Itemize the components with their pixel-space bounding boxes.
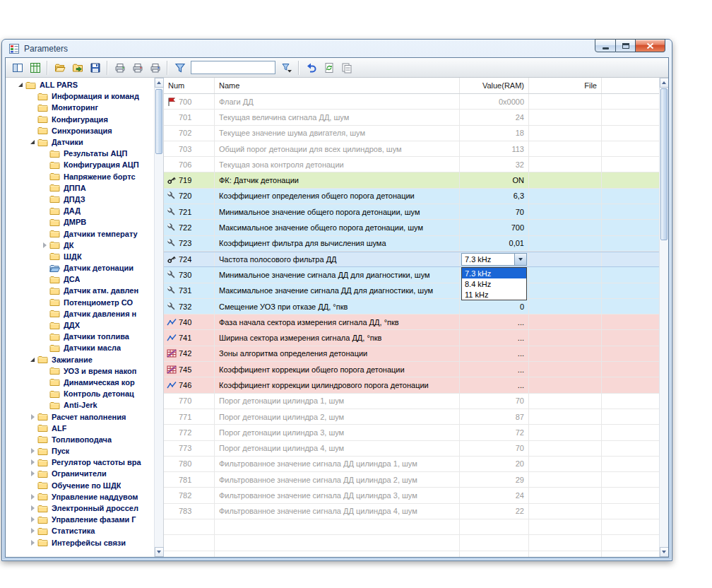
tree-item[interactable]: Датчик давления н — [6, 308, 154, 319]
chevron-collapsed-icon[interactable] — [40, 242, 49, 248]
tree-item[interactable]: ДДХ — [6, 319, 154, 331]
table-row[interactable]: 771Порог детонации цилиндра 2, шум87 — [164, 409, 659, 425]
tree-item[interactable]: Датчики топлива — [6, 331, 154, 342]
tree-item[interactable]: Зажигание — [6, 354, 154, 365]
tree-item[interactable]: Обучение по ШДК — [6, 480, 154, 491]
table-row[interactable]: 770Порог детонации цилиндра 1, шум70 — [164, 394, 659, 409]
tree-item[interactable]: Результаты АЦП — [6, 148, 154, 159]
tree-item[interactable]: Топливоподача — [6, 434, 154, 445]
chevron-collapsed-icon[interactable] — [28, 459, 37, 465]
chevron-expanded-icon[interactable] — [28, 140, 37, 144]
table-row[interactable]: 741Ширина сектора измерения сигнала ДД, … — [164, 330, 659, 346]
chevron-expanded-icon[interactable] — [28, 358, 37, 362]
table-row[interactable]: 772Порог детонации цилиндра 3, шум72 — [164, 425, 659, 440]
table-row[interactable]: 720Коэффициент определения общего порога… — [164, 189, 659, 204]
tree-item[interactable]: Потенциометр СО — [6, 297, 154, 308]
tree-item[interactable]: ДК — [6, 240, 154, 251]
table-row[interactable]: 702Текущее значение шума двигателя, шум1… — [164, 126, 659, 141]
combobox-dropdown-button[interactable] — [514, 254, 526, 265]
column-header-value[interactable]: Value(RAM) — [460, 78, 529, 93]
tree-item[interactable]: ШДК — [6, 251, 154, 262]
table-row[interactable]: 745Коэффициент коррекции общего порога д… — [164, 362, 659, 377]
table-row[interactable]: 700Флаги ДД0x0000 — [164, 94, 659, 110]
chevron-collapsed-icon[interactable] — [28, 505, 37, 511]
tree-scrollbar[interactable] — [154, 78, 163, 557]
tree-item[interactable]: Конфигурация АЦП — [6, 159, 154, 170]
tree-item[interactable]: Статистика — [6, 525, 154, 536]
chevron-collapsed-icon[interactable] — [28, 517, 37, 522]
tree-scroll-thumb[interactable] — [155, 89, 162, 154]
tree-item[interactable]: УОЗ и время накоп — [6, 365, 154, 377]
chevron-collapsed-icon[interactable] — [28, 528, 37, 534]
titlebar[interactable]: Parameters — [2, 40, 672, 57]
save-button[interactable] — [86, 59, 104, 76]
dropdown-option[interactable]: 8.4 kHz — [462, 278, 526, 289]
chevron-collapsed-icon[interactable] — [28, 540, 37, 546]
table-row[interactable]: 731Максимальное значение сигнала ДД для … — [164, 283, 659, 299]
table-row[interactable]: 782Фильтрованное значение сигнала ДД цил… — [164, 488, 659, 503]
filter-options-button[interactable] — [278, 59, 295, 76]
tree-item[interactable]: Датчики масла — [6, 342, 154, 353]
close-button[interactable] — [636, 39, 665, 52]
tree-item[interactable]: Интерфейсы связи — [6, 537, 154, 548]
table-row[interactable]: 724Частота полосового фильтра ДД7.3 kHz7… — [164, 252, 659, 267]
minimize-button[interactable] — [595, 39, 616, 52]
tree-item[interactable]: Регулятор частоты вра — [6, 457, 154, 468]
tree-item[interactable]: ДСА — [6, 274, 154, 285]
tree-item[interactable]: Ограничители — [6, 468, 154, 479]
tree-item[interactable]: Синхронизация — [6, 125, 154, 136]
chevron-collapsed-icon[interactable] — [28, 448, 37, 454]
dropdown-option[interactable]: 7.3 kHz — [462, 268, 526, 278]
column-header-file[interactable]: File — [529, 78, 602, 93]
table-row[interactable]: 706Текущая зона контроля детонации32 — [164, 157, 659, 172]
table-scroll-up-button[interactable] — [660, 78, 669, 88]
folder-import-button[interactable] — [69, 59, 86, 76]
folder-open-button[interactable] — [51, 59, 69, 76]
table-row[interactable]: 781Фильтрованное значение сигнала ДД цил… — [164, 472, 659, 488]
dropdown-option[interactable]: 11 kHz — [462, 289, 526, 300]
tree-item[interactable]: ДМРВ — [6, 216, 154, 228]
tree-item[interactable]: ДАД — [6, 205, 154, 216]
tree-item[interactable]: Anti-Jerk — [6, 399, 154, 411]
column-header-name[interactable]: Name — [215, 78, 460, 93]
tree-item[interactable]: Расчет наполнения — [6, 411, 154, 422]
tree-scroll-down-button[interactable] — [155, 547, 164, 557]
table-row[interactable]: 732Смещение УОЗ при отказе ДД, °пкв0 — [164, 299, 659, 314]
tree-item[interactable]: ДППА — [6, 182, 154, 194]
table-row[interactable]: 703Общий порог детонации для всех цилинд… — [164, 141, 659, 157]
tree-item[interactable]: Информация и команд — [6, 90, 154, 102]
maximize-button[interactable] — [616, 39, 636, 52]
chevron-expanded-icon[interactable] — [16, 83, 25, 87]
table-row[interactable]: 740Фаза начала сектора измерения сигнала… — [164, 314, 659, 330]
tree-item[interactable]: Контроль детонац — [6, 388, 154, 399]
tree-item[interactable]: Электронный дроссел — [6, 502, 154, 514]
device-read-button[interactable] — [111, 59, 129, 76]
table-row[interactable]: 722Максимальное значение общего порога д… — [164, 220, 659, 235]
tree-scroll-track[interactable] — [155, 88, 164, 547]
tree-item[interactable]: Управление фазами Г — [6, 514, 154, 525]
chevron-collapsed-icon[interactable] — [28, 494, 37, 500]
chevron-collapsed-icon[interactable] — [28, 414, 37, 420]
table-row[interactable]: 783Фильтрованное значение сигнала ДД цил… — [164, 504, 659, 519]
table-row[interactable]: 721Минимальное значение общего порога де… — [164, 204, 659, 220]
value-combobox[interactable]: 7.3 kHz — [461, 253, 527, 266]
table-row[interactable]: 719ФК: Датчик детонацииON — [164, 172, 659, 188]
tree-item[interactable]: Датчики — [6, 136, 154, 148]
tree-item[interactable]: Пуск — [6, 445, 154, 457]
tree-item[interactable]: Динамическая кор — [6, 377, 154, 388]
device-write-button[interactable] — [129, 59, 146, 76]
tree-item[interactable]: Мониторинг — [6, 102, 154, 113]
refresh-values-button[interactable] — [320, 59, 338, 76]
column-header-num[interactable]: Num — [164, 78, 215, 93]
table-row[interactable]: 730Минимальное значение сигнала ДД для д… — [164, 267, 659, 283]
table-row[interactable]: 780Фильтрованное значение сигнала ДД цил… — [164, 457, 659, 472]
filter-input[interactable] — [191, 61, 275, 74]
undo-button[interactable] — [302, 59, 320, 76]
table-row[interactable]: 742Зоны алгоритма определения детонации.… — [164, 346, 659, 362]
window-split-button[interactable] — [8, 59, 26, 76]
table-refresh-button[interactable] — [26, 59, 44, 76]
tree-item[interactable]: Напряжение бортс — [6, 171, 154, 182]
tree-item[interactable]: ДПДЗ — [6, 194, 154, 205]
tree-item[interactable]: ALL PARS — [6, 79, 154, 90]
tree-item[interactable]: Датчики температу — [6, 228, 154, 239]
